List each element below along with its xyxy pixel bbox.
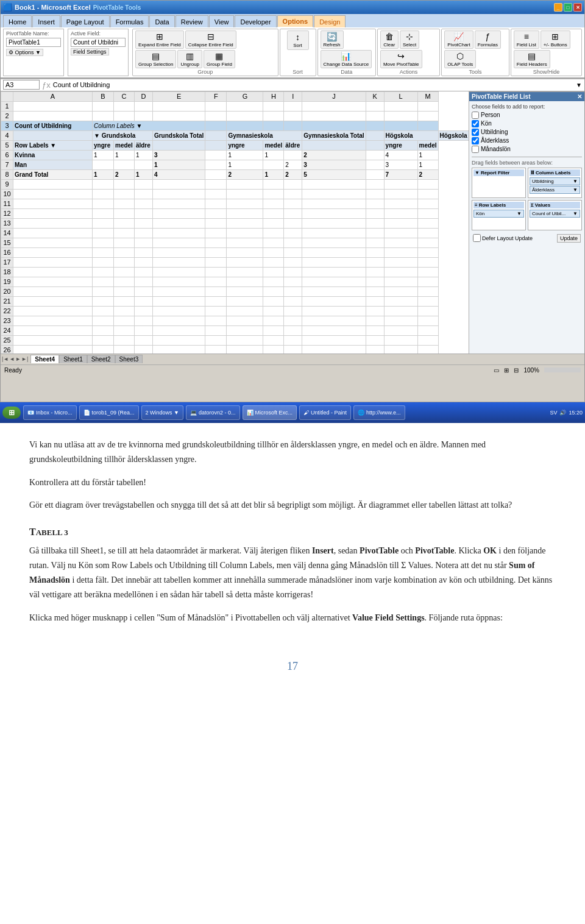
ungroup-btn[interactable]: ▥ Ungroup [177,50,202,68]
field-list-btn[interactable]: ≡ Field List [514,30,539,49]
pivotchart-btn[interactable]: 📈 PivotChart [444,30,473,49]
zoom-slider[interactable] [544,368,581,372]
title-bar: 🟦 Book1 - Microsoft Excel PivotTable Too… [1,1,584,14]
move-pivottable-btn[interactable]: ↪ Move PivotTable [380,50,422,68]
pivot-cell-a3[interactable]: Count of Utbildning [13,121,93,130]
taskbar-datorovn[interactable]: 💻 datorovn2 - 0... [186,405,240,420]
tab-design[interactable]: Design [314,15,346,27]
field-buttons-btn[interactable]: ⊞ +/- Buttons [541,30,570,49]
pivot-tag-alderklass-dropdown[interactable]: ▼ [573,187,578,193]
taskbar-excel[interactable]: 📊 Microsoft Exc... [243,405,297,420]
taskbar-2windows[interactable]: 2 Windows ▼ [141,405,183,420]
field-headers-btn[interactable]: ▤ Field Headers [514,50,550,68]
pivot-field-utbildning-checkbox[interactable] [472,129,479,136]
tools-content: 📈 PivotChart ƒ Formulas ⬡ OLAP Tools [444,30,506,74]
text-content-area: Vi kan nu utläsa att av de tre kvinnorna… [0,423,585,648]
table-row-5: 5 Row Labels ▼ yngre medel äldre yngre m… [1,140,469,150]
pivot-values-box[interactable]: Σ Values Count of Utbil... ▼ [528,200,582,230]
tab-home[interactable]: Home [3,15,32,27]
sheet-nav-first[interactable]: |◄ [2,356,9,362]
table-row: 19 [1,277,469,286]
pivot-areas-label: Drag fields between areas below: [472,160,582,166]
sheet-nav-next[interactable]: ► [15,356,21,362]
sheet-nav-prev[interactable]: ◄ [9,356,15,362]
select-btn[interactable]: ⊹ Select [400,30,419,49]
refresh-btn[interactable]: 🔄 Refresh [321,30,344,49]
tab-review[interactable]: Review [176,15,208,27]
view-preview-icon[interactable]: ⊟ [514,367,519,374]
pt-name-input[interactable]: PivotTable1 [6,38,61,47]
pivot-tag-count-utbil-dropdown[interactable]: ▼ [573,211,578,216]
taskbar-torob[interactable]: 📄 torob1_09 (Rea... [79,405,139,420]
pivot-tag-kon[interactable]: Kön ▼ [473,210,524,218]
clear-btn[interactable]: 🗑 Clear [380,30,399,49]
pivot-tag-utbildning[interactable]: Utbildning ▼ [530,177,580,185]
maximize-btn[interactable]: □ [564,3,572,12]
pivot-tag-kon-dropdown[interactable]: ▼ [517,211,522,216]
update-btn[interactable]: Update [557,234,581,243]
pivot-field-alderklass-checkbox[interactable] [472,137,479,144]
view-layout-icon[interactable]: ⊞ [504,367,509,374]
pivot-field-kon-checkbox[interactable] [472,120,479,127]
col-header-M: M [417,91,438,101]
view-normal-icon[interactable]: ▭ [494,367,499,374]
sort-btn[interactable]: ↕ Sort [287,30,309,50]
active-field-input[interactable]: Count of Utbildni [71,38,126,47]
sheet-nav-last[interactable]: ►| [21,356,28,362]
pivot-field-utbildning[interactable]: Utbildning [472,129,582,136]
tab-view[interactable]: View [209,15,235,27]
taskbar-lang: SV [550,410,557,416]
pivot-sidebar-close-btn[interactable]: ✕ [577,93,582,100]
taskbar-paint[interactable]: 🖌 Untitled - Paint [299,405,351,420]
pivot-field-person-checkbox[interactable] [472,112,479,119]
pivot-report-filter-box[interactable]: ▼ Report Filter [472,168,526,198]
pivot-cell-b3[interactable]: Column Labels ▼ [93,121,205,130]
field-settings-btn[interactable]: Field Settings [71,48,109,55]
pivot-column-labels-box[interactable]: Ⅲ Column Labels Utbildning ▼ Ålderklass … [528,168,582,198]
sheet-tab-sheet2[interactable]: Sheet2 [87,355,115,363]
expand-entire-field-btn[interactable]: ⊞ Expand Entire Field [135,30,184,49]
pt-options-btn[interactable]: ⚙ Options ▼ [6,49,43,56]
tab-insert[interactable]: Insert [32,15,60,27]
taskbar-inbox[interactable]: 📧 Inbox - Micro... [23,405,77,420]
tab-page-layout[interactable]: Page Layout [61,15,110,27]
start-button[interactable]: ⊞ [2,407,21,419]
pivot-areas: Drag fields between areas below: ▼ Repor… [472,157,582,244]
sheet-tab-sheet3[interactable]: Sheet3 [115,355,143,363]
pivot-tag-utbildning-dropdown[interactable]: ▼ [573,179,578,184]
pivot-field-manadslön-checkbox[interactable] [472,146,479,153]
active-field-group: Active Field: Count of Utbildni Field Se… [68,29,129,76]
grid-wrapper[interactable]: A B C D E F G H I J K L M [1,91,469,354]
formula-expand-btn[interactable]: ▼ [576,82,582,88]
actions-group: 🗑 Clear ⊹ Select ↪ Move PivotTable Actio… [377,29,440,76]
tab-developer[interactable]: Developer [235,15,276,27]
pivot-field-kon[interactable]: Kön [472,120,582,127]
defer-checkbox[interactable] [473,234,481,242]
formulas-tools-btn[interactable]: ƒ Formulas [475,30,501,49]
pivot-field-person[interactable]: Person [472,112,582,119]
col-header-E: E [152,91,205,101]
pivot-row-labels-box[interactable]: ≡ Row Labels Kön ▼ [472,200,526,230]
tab-formulas[interactable]: Formulas [110,15,149,27]
sheet-tab-sheet1[interactable]: Sheet1 [59,355,87,363]
pivot-tag-alderklass[interactable]: Ålderklass ▼ [530,186,580,194]
olap-tools-btn[interactable]: ⬡ OLAP Tools [444,50,476,68]
close-btn[interactable]: ✕ [573,3,582,12]
change-data-source-btn[interactable]: 📊 Change Data Source [321,50,372,68]
taskbar-browser[interactable]: 🌐 http://www.e... [353,405,405,420]
sheet-tab-sheet4[interactable]: Sheet4 [30,355,59,363]
tab-options[interactable]: Options [277,15,314,27]
group-field-btn[interactable]: ▦ Group Field [204,50,235,68]
pivot-field-manadslön[interactable]: Månadslön [472,146,582,153]
table-row: 16 [1,247,469,257]
minimize-btn[interactable]: _ [554,3,562,12]
group-selection-btn[interactable]: ▤ Group Selection [135,50,176,68]
formula-input[interactable] [53,81,573,88]
name-box[interactable] [3,80,40,90]
collapse-entire-field-btn[interactable]: ⊟ Collapse Entire Field [185,30,236,49]
pivot-field-alderklass[interactable]: Ålderklass [472,137,582,144]
table-row: 23 [1,316,469,325]
pivot-tag-count-utbil[interactable]: Count of Utbil... ▼ [530,210,580,218]
tab-data[interactable]: Data [149,15,174,27]
defer-label[interactable]: Defer Layout Update [473,234,533,242]
